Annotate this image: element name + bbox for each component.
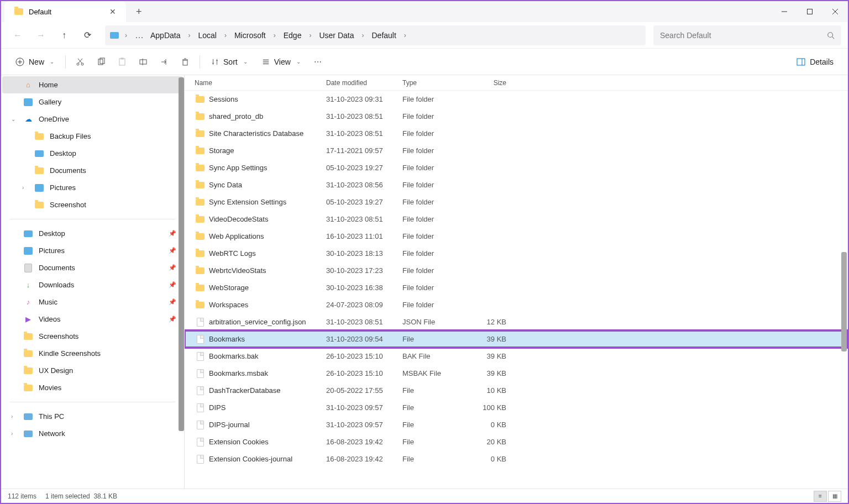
- file-row[interactable]: Bookmarks31-10-2023 09:54File39 KB: [185, 330, 848, 348]
- minimize-button[interactable]: [772, 1, 797, 22]
- file-row[interactable]: Sync App Settings05-10-2023 19:27File fo…: [185, 159, 848, 176]
- file-row[interactable]: DIPS31-10-2023 09:57File100 KB: [185, 399, 848, 416]
- column-name[interactable]: Name: [195, 79, 326, 87]
- refresh-button[interactable]: ⟳: [77, 25, 97, 45]
- file-row[interactable]: Site Characteristics Database31-10-2023 …: [185, 125, 848, 142]
- sidebar-item-downloads[interactable]: ↓Downloads📌: [2, 276, 183, 293]
- sidebar-item-desktop[interactable]: Desktop: [2, 145, 183, 162]
- sidebar-item-music[interactable]: ♪Music📌: [2, 293, 183, 311]
- file-date: 20-05-2022 17:55: [326, 386, 402, 395]
- sidebar-item-desktop-pinned[interactable]: Desktop📌: [2, 225, 183, 242]
- close-tab-icon[interactable]: ✕: [109, 7, 116, 16]
- column-size[interactable]: Size: [468, 79, 506, 87]
- more-button[interactable]: ⋯: [310, 52, 326, 72]
- chevron-right-icon[interactable]: ›: [22, 185, 29, 191]
- file-row[interactable]: Bookmarks.msbak26-10-2023 15:10MSBAK Fil…: [185, 365, 848, 382]
- delete-button[interactable]: [176, 52, 194, 72]
- file-row[interactable]: DIPS-journal31-10-2023 09:57File0 KB: [185, 416, 848, 433]
- share-button[interactable]: [155, 52, 173, 72]
- navigation-pane[interactable]: ⌂Home Gallery ⌄☁OneDrive Backup Files De…: [1, 75, 185, 489]
- file-row[interactable]: WebStorage30-10-2023 16:38File folder: [185, 279, 848, 296]
- column-headers[interactable]: Name Date modified Type Size: [185, 75, 848, 91]
- column-type[interactable]: Type: [402, 79, 468, 87]
- sidebar-item-onedrive[interactable]: ⌄☁OneDrive: [2, 111, 183, 128]
- file-row[interactable]: Sync Data31-10-2023 08:56File folder: [185, 176, 848, 193]
- sort-button[interactable]: Sort ⌄: [206, 52, 253, 72]
- sidebar-item-pictures-pinned[interactable]: Pictures📌: [2, 242, 183, 259]
- file-row[interactable]: Bookmarks.bak26-10-2023 15:10BAK File39 …: [185, 348, 848, 365]
- chevron-right-icon[interactable]: ›: [358, 32, 367, 39]
- file-row[interactable]: Extension Cookies16-08-2023 19:42File20 …: [185, 433, 848, 450]
- chevron-down-icon: ⌄: [296, 59, 301, 65]
- rename-button[interactable]: [134, 52, 152, 72]
- file-row[interactable]: Extension Cookies-journal16-08-2023 19:4…: [185, 450, 848, 468]
- up-button[interactable]: ↑: [54, 25, 74, 45]
- search-placeholder: Search Default: [660, 31, 827, 40]
- crumb-local[interactable]: Local: [196, 30, 218, 41]
- copy-button[interactable]: [92, 52, 110, 72]
- sidebar-item-screenshot[interactable]: Screenshot: [2, 196, 183, 213]
- cut-button[interactable]: [71, 52, 89, 72]
- file-row[interactable]: Sync Extension Settings05-10-2023 19:27F…: [185, 193, 848, 211]
- file-row[interactable]: DashTrackerDatabase20-05-2022 17:55File1…: [185, 382, 848, 399]
- chevron-right-icon[interactable]: ›: [185, 32, 193, 39]
- icons-view-button[interactable]: ▦: [828, 491, 841, 502]
- close-window-button[interactable]: [822, 1, 848, 22]
- details-pane-button[interactable]: Details: [791, 52, 839, 72]
- sidebar-scrollbar[interactable]: [179, 77, 184, 431]
- chevron-right-icon[interactable]: ›: [221, 32, 230, 39]
- file-row[interactable]: arbitration_service_config.json31-10-202…: [185, 313, 848, 330]
- column-date[interactable]: Date modified: [326, 79, 402, 87]
- chevron-right-icon[interactable]: ›: [11, 413, 18, 419]
- path-overflow-icon[interactable]: …: [133, 30, 146, 40]
- file-list-scrollbar[interactable]: [841, 252, 847, 351]
- new-button[interactable]: New ⌄: [10, 52, 60, 72]
- chevron-right-icon[interactable]: ›: [122, 32, 130, 39]
- sidebar-item-movies[interactable]: Movies: [2, 379, 183, 396]
- details-view-button[interactable]: ≡: [814, 491, 827, 502]
- sidebar-item-documents[interactable]: Documents: [2, 162, 183, 179]
- file-row[interactable]: VideoDecodeStats31-10-2023 08:51File fol…: [185, 211, 848, 228]
- file-row[interactable]: WebRTC Logs30-10-2023 18:13File folder: [185, 245, 848, 262]
- file-date: 31-10-2023 09:57: [326, 421, 402, 429]
- chevron-down-icon[interactable]: ⌄: [11, 116, 18, 122]
- sidebar-item-backup-files[interactable]: Backup Files: [2, 128, 183, 145]
- crumb-edge[interactable]: Edge: [281, 30, 304, 41]
- file-row[interactable]: Workspaces24-07-2023 08:09File folder: [185, 296, 848, 313]
- file-row[interactable]: WebrtcVideoStats30-10-2023 17:23File fol…: [185, 262, 848, 279]
- file-row[interactable]: Storage17-11-2021 09:57File folder: [185, 142, 848, 159]
- back-button[interactable]: ←: [8, 25, 28, 45]
- sidebar-item-pictures[interactable]: ›Pictures: [2, 179, 183, 196]
- sidebar-item-home[interactable]: ⌂Home: [2, 76, 183, 93]
- chevron-right-icon[interactable]: ›: [306, 32, 315, 39]
- paste-button[interactable]: [113, 52, 131, 72]
- forward-button[interactable]: →: [31, 25, 51, 45]
- file-name: WebRTC Logs: [209, 249, 326, 258]
- crumb-userdata[interactable]: User Data: [317, 30, 356, 41]
- maximize-button[interactable]: [797, 1, 822, 22]
- sidebar-item-uxdesign[interactable]: UX Design: [2, 362, 183, 379]
- crumb-microsoft[interactable]: Microsoft: [232, 30, 268, 41]
- copy-icon: [97, 57, 106, 66]
- file-row[interactable]: Sessions31-10-2023 09:31File folder: [185, 91, 848, 108]
- sidebar-item-videos[interactable]: ▶Videos📌: [2, 311, 183, 328]
- file-list[interactable]: Name Date modified Type Size Sessions31-…: [185, 75, 848, 489]
- file-row[interactable]: Web Applications16-10-2023 11:01File fol…: [185, 228, 848, 245]
- sidebar-item-kindle[interactable]: Kindle Screenshots: [2, 345, 183, 362]
- crumb-default[interactable]: Default: [369, 30, 398, 41]
- crumb-appdata[interactable]: AppData: [148, 30, 182, 41]
- chevron-right-icon[interactable]: ›: [401, 32, 410, 39]
- chevron-right-icon[interactable]: ›: [270, 32, 279, 39]
- new-tab-button[interactable]: +: [136, 6, 142, 18]
- sidebar-item-screenshots[interactable]: Screenshots: [2, 328, 183, 345]
- breadcrumb[interactable]: › … AppData › Local › Microsoft › Edge ›…: [105, 25, 646, 45]
- view-button[interactable]: View ⌄: [256, 52, 306, 72]
- search-input[interactable]: Search Default: [653, 25, 841, 45]
- window-tab[interactable]: Default ✕: [4, 1, 126, 22]
- sidebar-item-gallery[interactable]: Gallery: [2, 93, 183, 111]
- sidebar-item-this-pc[interactable]: ›This PC: [2, 408, 183, 425]
- sidebar-item-documents-pinned[interactable]: Documents📌: [2, 259, 183, 276]
- sidebar-item-network[interactable]: ›Network: [2, 425, 183, 442]
- file-row[interactable]: shared_proto_db31-10-2023 08:51File fold…: [185, 108, 848, 125]
- chevron-right-icon[interactable]: ›: [11, 431, 18, 437]
